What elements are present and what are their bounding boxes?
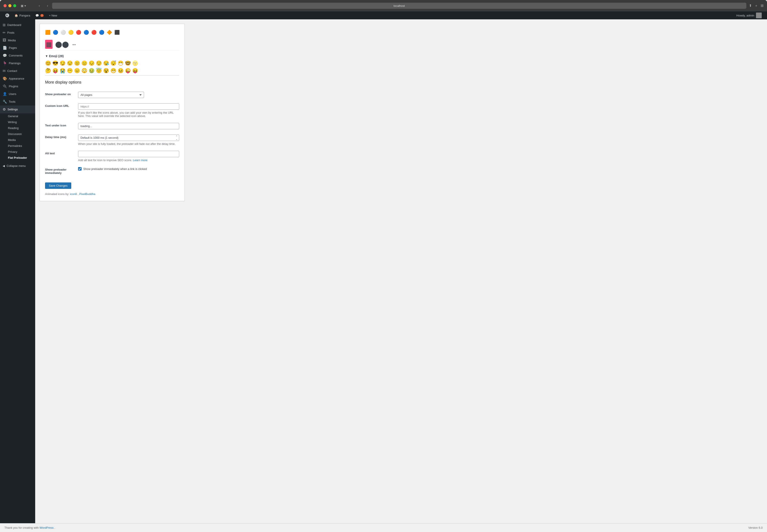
sidebar-item-tools[interactable]: 🔧 Tools [0, 98, 35, 106]
discussion-label: Discussion [8, 132, 22, 136]
collapse-menu-item[interactable]: ◀ Collapse menu [0, 162, 35, 169]
howdy-item[interactable]: Howdy, admin [734, 13, 764, 18]
tools-icon: 🔧 [3, 100, 7, 104]
sidebar-item-flamingo[interactable]: 🦩 Flamingo [0, 59, 35, 67]
emoji-item[interactable]: 🌝 [132, 60, 138, 66]
address-text: localhost [394, 4, 405, 7]
comments-item[interactable]: 💬 0 [33, 11, 46, 19]
emoji-item[interactable]: 😑 [74, 68, 80, 74]
sidebar-item-privacy[interactable]: Privacy [0, 149, 35, 155]
emoji-item[interactable]: 😔 [89, 60, 95, 66]
pixelbuddha-link[interactable]: PixelBuddha [79, 192, 95, 196]
wordpress-link[interactable]: WordPress [40, 526, 54, 529]
icon8-link[interactable]: icon8 [70, 192, 77, 196]
back-button[interactable]: ‹ [37, 3, 41, 9]
icon-preview-arrows[interactable]: ↔ [71, 41, 77, 47]
emoji-item[interactable]: 😷 [118, 60, 124, 66]
emoji-item[interactable]: 😊 [45, 60, 51, 66]
alt-text-row: Alt text Add alt text for icon to improv… [45, 148, 179, 164]
show-preloader-on-select[interactable]: All pages Front page only No pages [78, 92, 144, 98]
sidebar-item-contact[interactable]: ✉ Contact [0, 67, 35, 75]
text-under-icon-row: Text under icon [45, 120, 179, 132]
minimize-button[interactable] [8, 4, 11, 7]
sidebar-item-comments[interactable]: 💬 Comments [0, 52, 35, 59]
settings-icon: ⚙ [3, 107, 6, 111]
emoji-item[interactable]: 😭 [60, 68, 66, 74]
sidebar-item-users[interactable]: 👤 Users [0, 90, 35, 98]
sidebar-item-plugins[interactable]: 🔌 Plugins [0, 82, 35, 90]
sidebar-item-media-settings[interactable]: Media [0, 137, 35, 143]
emoji-item[interactable]: 😌 [96, 60, 102, 66]
icon-preview-dots[interactable]: ⬤⬤ [55, 41, 69, 48]
sidebar-item-writing[interactable]: Writing [0, 119, 35, 125]
emoji-item[interactable]: 🤓 [125, 60, 131, 66]
emoji-item[interactable]: 😁 [110, 68, 116, 74]
sidebar-item-reading[interactable]: Reading [0, 125, 35, 131]
sidebar-item-pages[interactable]: 📄 Pages [0, 44, 35, 52]
sidebar-item-posts[interactable]: ✏ Posts [0, 29, 35, 36]
sidebar-item-general[interactable]: General [0, 113, 35, 119]
close-button[interactable] [4, 4, 7, 7]
emoji-item[interactable]: 😵 [103, 68, 109, 74]
new-content-item[interactable]: + New [46, 11, 60, 19]
appearance-label: Appearance [9, 77, 24, 80]
emoji-item[interactable]: 😴 [110, 60, 116, 66]
sidebar-item-discussion[interactable]: Discussion [0, 131, 35, 137]
site-name-item[interactable]: 🏠 Pangara [12, 11, 33, 19]
delay-time-input[interactable] [78, 135, 179, 141]
tabs-icon[interactable]: ⊞ [761, 4, 763, 8]
show-preloader-checkbox-label[interactable]: Show preloader immediately when a link i… [78, 167, 179, 171]
emoji-item[interactable]: 😶 [67, 68, 73, 74]
emoji-item[interactable]: 😏 [60, 60, 66, 66]
emoji-item[interactable]: 🤔 [45, 68, 51, 74]
sidebar-item-dashboard[interactable]: ⊞ Dashboard [0, 21, 35, 29]
emoji-item[interactable]: 😪 [103, 60, 109, 66]
emoji-item[interactable]: 😣 [118, 68, 124, 74]
new-label: + New [49, 14, 57, 17]
howdy-text: Howdy, admin [736, 14, 754, 17]
emoji-section-header[interactable]: ▼ Emoji (28) [45, 54, 179, 58]
wp-body: ⊞ Dashboard ✏ Posts 🖼 Media 📄 Pages 💬 Co… [0, 19, 767, 523]
alt-text-cell: Add alt text for icon to improve SEO sco… [78, 148, 179, 164]
content-card: 🟧 🔵 ⚪ 🟡 🔴 🔵 🔴 🔵 🔶 ⬛ ▦ ⬤⬤ ↔ [40, 24, 185, 201]
comments-badge: 0 [40, 14, 44, 17]
icon-preview-grid[interactable]: ▦ [45, 40, 53, 49]
emoji-item[interactable]: 🤢 [89, 68, 95, 74]
sidebar-item-appearance[interactable]: 🎨 Appearance [0, 75, 35, 82]
sidebar-item-media[interactable]: 🖼 Media [0, 36, 35, 44]
emoji-item[interactable]: 😝 [132, 68, 138, 74]
collapse-label: Collapse menu [7, 164, 26, 168]
flat-preloader-label: Flat Preloader [8, 156, 27, 159]
emoji-item[interactable]: 😎 [52, 60, 58, 66]
sidebar-item-settings[interactable]: ⚙ Settings [0, 106, 35, 113]
show-preloader-checkbox[interactable] [78, 167, 82, 171]
custom-icon-url-input[interactable] [78, 103, 179, 110]
nav-controls: ‹ › [34, 3, 49, 9]
alt-text-input[interactable] [78, 151, 179, 157]
comments-nav-icon: 💬 [3, 53, 7, 58]
emoji-item[interactable]: 😇 [96, 68, 102, 74]
forward-button[interactable]: › [46, 3, 49, 9]
sidebar-toggle-button[interactable]: ▣ ▾ [19, 3, 28, 8]
emoji-item[interactable]: 😜 [125, 68, 131, 74]
wp-logo[interactable] [3, 13, 12, 17]
emoji-item[interactable]: 😒 [67, 60, 73, 66]
emoji-item[interactable]: 😳 [81, 68, 87, 74]
version-info: Version 6.0 [748, 526, 763, 529]
icon-preview-row: ▦ ⬤⬤ ↔ [45, 38, 179, 51]
sidebar-item-permalinks[interactable]: Permalinks [0, 143, 35, 149]
sidebar-item-flat-preloader[interactable]: Flat Preloader [0, 155, 35, 161]
address-bar[interactable]: localhost [52, 3, 746, 9]
share-icon[interactable]: ⬆ [749, 4, 752, 8]
new-tab-icon[interactable]: ＋ [754, 4, 758, 8]
emoji-item[interactable]: 😝 [52, 68, 58, 74]
flamingo-label: Flamingo [9, 62, 20, 65]
comments-label: Comments [9, 54, 23, 57]
maximize-button[interactable] [13, 4, 16, 7]
emoji-item[interactable]: 😑 [81, 60, 87, 66]
save-changes-button[interactable]: Save Changes [45, 182, 71, 189]
emoji-item[interactable]: 😐 [74, 60, 80, 66]
learn-more-link[interactable]: Learn more [133, 159, 147, 162]
text-under-icon-input[interactable] [78, 123, 179, 129]
delay-time-wrapper [78, 135, 179, 141]
